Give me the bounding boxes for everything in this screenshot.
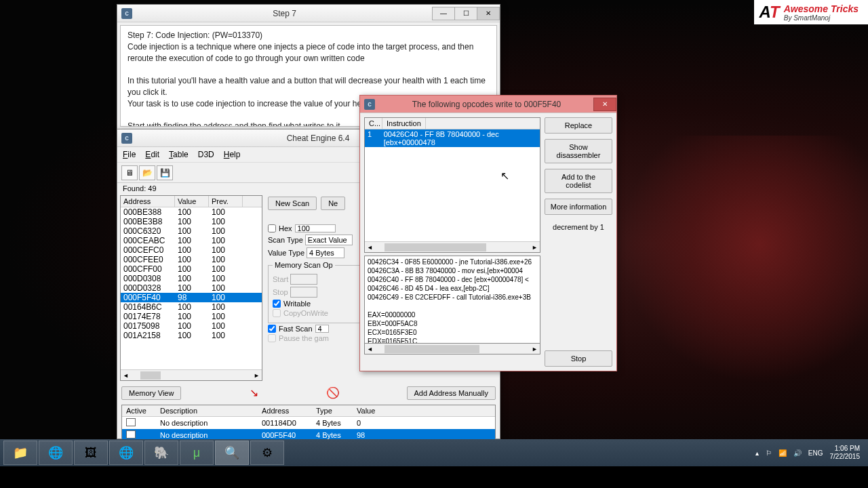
menu-edit[interactable]: Edit: [145, 150, 159, 159]
show-disassembler-button[interactable]: Show disassembler: [545, 139, 612, 163]
opcode-list[interactable]: C... Instruction 1 00426C40 - FF 8B 7804…: [364, 117, 540, 253]
menu-file[interactable]: File: [123, 150, 136, 159]
col-description[interactable]: Description: [156, 405, 258, 416]
value-input[interactable]: [295, 224, 336, 232]
no-entry-icon: 🚫: [326, 386, 340, 399]
stop-button[interactable]: Stop: [545, 350, 612, 367]
maximize-button[interactable]: ☐: [454, 7, 477, 20]
col-address[interactable]: Address: [258, 405, 312, 416]
taskbar-app3[interactable]: ⚙: [250, 441, 284, 465]
result-row[interactable]: 00175098100100: [121, 321, 262, 331]
info-text: decrement by 1: [545, 223, 612, 231]
col-value[interactable]: Value: [175, 196, 209, 207]
more-info-button[interactable]: More information: [545, 199, 612, 215]
hex-checkbox[interactable]: [268, 224, 276, 232]
col-type[interactable]: Type: [312, 405, 353, 416]
close-button[interactable]: ✕: [593, 98, 616, 111]
result-row[interactable]: 000C6320100100: [121, 226, 262, 236]
pause-checkbox: [268, 334, 276, 342]
new-scan-button[interactable]: New Scan: [268, 197, 317, 210]
tray-flag-icon[interactable]: ⚐: [766, 449, 772, 457]
taskbar[interactable]: 📁 🌐 🖼 🌐 🐘 μ 🔍 ⚙ ▴ ⚐ 📶 🔊 ENG 1:06 PM 7/22…: [0, 439, 868, 466]
taskbar-chrome[interactable]: 🌐: [39, 441, 73, 465]
fast-scan-checkbox[interactable]: [268, 325, 276, 333]
taskbar-utorrent[interactable]: μ: [180, 441, 214, 465]
result-row[interactable]: 000F5F4098100: [121, 293, 262, 302]
taskbar-explorer[interactable]: 📁: [3, 441, 37, 465]
result-row[interactable]: 000CEFC0100100: [121, 245, 262, 255]
menu-table[interactable]: Table: [169, 150, 189, 159]
minimize-button[interactable]: —: [432, 7, 455, 20]
branding-badge: AT Awesome Tricks By SmartManoj: [754, 0, 868, 24]
h-scrollbar[interactable]: [364, 344, 540, 354]
col-address[interactable]: Address: [121, 196, 175, 207]
add-codelist-button[interactable]: Add to the codelist: [545, 169, 612, 193]
result-row[interactable]: 00174E78100100: [121, 312, 262, 321]
replace-button[interactable]: Replace: [545, 117, 612, 134]
result-row[interactable]: 00164B6C100100: [121, 302, 262, 312]
col-prev[interactable]: Prev.: [209, 196, 243, 207]
result-row[interactable]: 000CFEE0100100: [121, 255, 262, 264]
system-tray[interactable]: ▴ ⚐ 📶 🔊 ENG 1:06 PM 7/22/2015: [755, 445, 865, 461]
taskbar-chrome2[interactable]: 🌐: [109, 441, 143, 465]
result-row[interactable]: 000BE3B8100100: [121, 217, 262, 226]
tray-network-icon[interactable]: 📶: [778, 449, 787, 457]
next-scan-button[interactable]: Ne: [321, 197, 345, 210]
memory-view-button[interactable]: Memory View: [121, 386, 181, 400]
taskbar-cheat-engine[interactable]: 🔍: [215, 441, 249, 465]
value-type-label: Value Type: [268, 249, 304, 257]
add-address-manually-button[interactable]: Add Address Manually: [407, 386, 496, 400]
table-row[interactable]: No description001184D04 Bytes0: [122, 417, 495, 429]
result-row[interactable]: 000CFF00100100: [121, 264, 262, 274]
opcodes-titlebar[interactable]: c The following opcodes write to 000F5F4…: [360, 96, 616, 113]
brand-subtitle: By SmartManoj: [784, 14, 859, 22]
disassembly-panel[interactable]: 00426C34 - 0F85 E6000000 - jne Tutorial-…: [364, 256, 540, 344]
close-button[interactable]: ✕: [477, 7, 500, 20]
result-row[interactable]: 000D0328100100: [121, 283, 262, 293]
result-row[interactable]: 000BE388100100: [121, 207, 262, 217]
result-row[interactable]: 000D0308100100: [121, 274, 262, 283]
tray-volume-icon[interactable]: 🔊: [793, 449, 802, 457]
start-input: [290, 274, 317, 285]
result-row[interactable]: 000CEABC100100: [121, 236, 262, 245]
tray-language[interactable]: ENG: [808, 449, 823, 457]
stop-input: [290, 287, 317, 298]
taskbar-app2[interactable]: 🐘: [144, 441, 178, 465]
value-type-select[interactable]: [307, 247, 344, 258]
col-instruction[interactable]: Instruction: [382, 118, 426, 129]
opcodes-window: c The following opcodes write to 000F5F4…: [359, 95, 617, 371]
col-count[interactable]: C...: [365, 118, 382, 129]
hex-label: Hex: [279, 224, 292, 232]
result-row[interactable]: 001A2158100100: [121, 331, 262, 340]
col-active[interactable]: Active: [122, 405, 156, 416]
open-process-button[interactable]: 🖥: [121, 165, 138, 180]
opcode-row[interactable]: 1 00426C40 - FF 8B 78040000 - dec [ebx+0…: [365, 129, 540, 147]
h-scrollbar[interactable]: [121, 369, 262, 380]
menu-help[interactable]: Help: [224, 150, 241, 159]
tray-clock[interactable]: 1:06 PM 7/22/2015: [830, 445, 861, 461]
app-icon: c: [121, 133, 132, 144]
scan-results[interactable]: Address Value Prev. 000BE388100100000BE3…: [120, 195, 262, 381]
taskbar-app[interactable]: 🖼: [74, 441, 108, 465]
brand-title: Awesome Tricks: [784, 3, 859, 14]
h-scrollbar[interactable]: [365, 241, 540, 252]
scan-type-select[interactable]: [305, 235, 353, 245]
mouse-cursor-icon: ↖: [500, 169, 509, 182]
add-arrow-icon[interactable]: ↘: [248, 385, 260, 401]
menu-d3d[interactable]: D3D: [198, 150, 214, 159]
tray-up-icon[interactable]: ▴: [755, 449, 759, 457]
step7-titlebar[interactable]: c Step 7 — ☐ ✕: [117, 5, 500, 22]
fast-scan-input[interactable]: [315, 325, 329, 333]
cow-checkbox: [273, 309, 281, 317]
scan-type-label: Scan Type: [268, 236, 303, 244]
col-value[interactable]: Value: [353, 405, 393, 416]
app-icon: c: [364, 99, 375, 110]
app-icon: c: [121, 8, 132, 19]
open-file-button[interactable]: 📂: [139, 165, 155, 180]
save-button[interactable]: 💾: [157, 165, 173, 180]
window-title: Step 7: [136, 9, 433, 18]
window-title: The following opcodes write to 000F5F40: [379, 100, 594, 109]
writable-checkbox[interactable]: [273, 300, 281, 308]
